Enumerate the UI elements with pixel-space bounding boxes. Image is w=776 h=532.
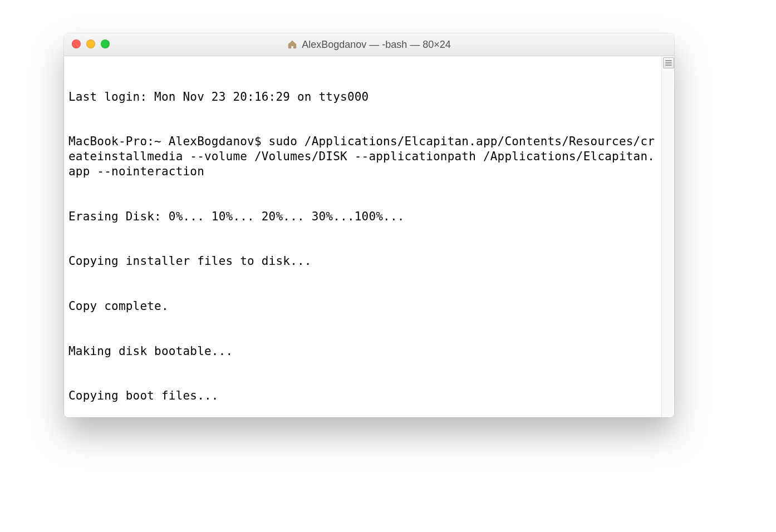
home-icon xyxy=(287,40,297,50)
terminal-line: Last login: Mon Nov 23 20:16:29 on ttys0… xyxy=(68,90,657,105)
window-traffic-lights xyxy=(72,40,110,48)
scrollbar-grip-icon[interactable] xyxy=(663,57,674,68)
minimize-button[interactable] xyxy=(86,40,95,48)
terminal-line: Copy complete. xyxy=(68,299,657,314)
terminal-line: Making disk bootable... xyxy=(68,344,657,359)
terminal-line: MacBook-Pro:~ AlexBogdanov$ sudo /Applic… xyxy=(68,134,657,179)
terminal-line: Erasing Disk: 0%... 10%... 20%... 30%...… xyxy=(68,209,657,224)
window-title-wrap: AlexBogdanov — -bash — 80×24 xyxy=(287,39,451,51)
terminal-line: Copying installer files to disk... xyxy=(68,254,657,269)
terminal-output[interactable]: Last login: Mon Nov 23 20:16:29 on ttys0… xyxy=(64,56,661,417)
window-title: AlexBogdanov — -bash — 80×24 xyxy=(302,39,451,51)
window-body: Last login: Mon Nov 23 20:16:29 on ttys0… xyxy=(64,56,674,417)
scrollbar[interactable] xyxy=(661,56,674,417)
window-titlebar[interactable]: AlexBogdanov — -bash — 80×24 xyxy=(64,33,674,56)
maximize-button[interactable] xyxy=(101,40,110,48)
close-button[interactable] xyxy=(72,40,81,48)
terminal-window: AlexBogdanov — -bash — 80×24 Last login:… xyxy=(64,33,674,417)
terminal-line: Copying boot files... xyxy=(68,388,657,403)
